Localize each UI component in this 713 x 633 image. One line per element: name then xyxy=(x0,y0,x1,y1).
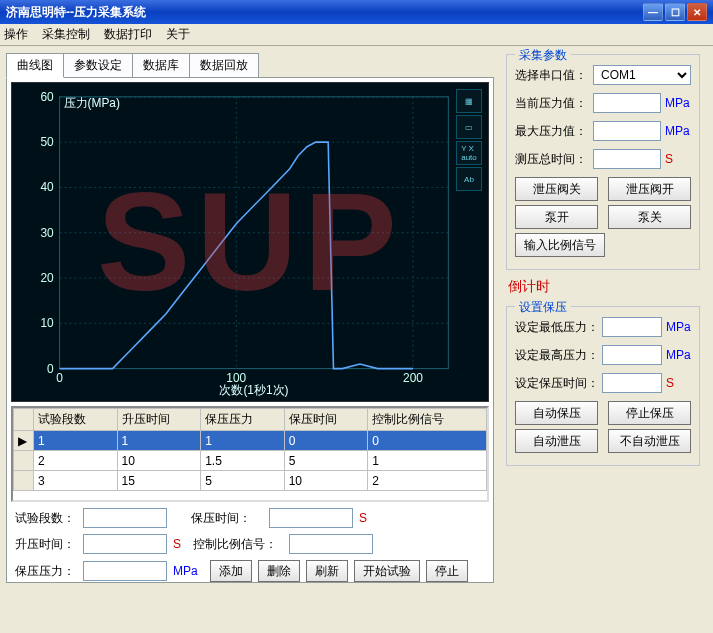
table-cell[interactable]: 1 xyxy=(34,431,118,451)
svg-text:60: 60 xyxy=(40,90,54,104)
stage-count-input[interactable] xyxy=(83,508,167,528)
current-pressure-unit: MPa xyxy=(665,96,691,110)
table-cell[interactable] xyxy=(14,451,34,471)
svg-text:压力(MPa): 压力(MPa) xyxy=(64,96,120,110)
table-header[interactable]: 保压压力 xyxy=(201,409,285,431)
table-header[interactable]: 试验段数 xyxy=(34,409,118,431)
table-cell[interactable]: 1 xyxy=(368,451,487,471)
table-cell[interactable]: 1 xyxy=(117,431,201,451)
chart-area: SUP 01020304050600100200压力(MPa)次数(1秒1次) … xyxy=(11,82,489,402)
hold-pressure-unit: MPa xyxy=(173,564,198,578)
table-cell[interactable]: 15 xyxy=(117,471,201,491)
auto-hold-button[interactable]: 自动保压 xyxy=(515,401,598,425)
table-cell[interactable]: 0 xyxy=(368,431,487,451)
table-cell[interactable]: 0 xyxy=(284,431,368,451)
table-header[interactable]: 升压时间 xyxy=(117,409,201,431)
table-cell[interactable]: 10 xyxy=(117,451,201,471)
max-pressure-set-label: 设定最高压力： xyxy=(515,347,602,364)
svg-text:30: 30 xyxy=(40,226,54,240)
max-pressure-set-input[interactable] xyxy=(602,345,662,365)
table-cell[interactable]: 5 xyxy=(201,471,285,491)
com-port-select[interactable]: COM1 xyxy=(593,65,691,85)
collect-params-legend: 采集参数 xyxy=(515,47,571,64)
tab-database[interactable]: 数据库 xyxy=(132,53,190,78)
table-cell[interactable]: 2 xyxy=(368,471,487,491)
table-cell[interactable]: 1.5 xyxy=(201,451,285,471)
total-time-unit: S xyxy=(665,152,691,166)
table-cell[interactable]: 10 xyxy=(284,471,368,491)
hold-time-input[interactable] xyxy=(269,508,353,528)
chart-tool-zoom-icon[interactable]: ▭ xyxy=(456,115,482,139)
hold-time-label: 保压时间： xyxy=(191,510,263,527)
valve-open-button[interactable]: 泄压阀开 xyxy=(608,177,691,201)
start-test-button[interactable]: 开始试验 xyxy=(354,560,420,582)
table-cell[interactable]: ▶ xyxy=(14,431,34,451)
table-cell[interactable]: 3 xyxy=(34,471,118,491)
max-pressure-unit: MPa xyxy=(665,124,691,138)
tab-params[interactable]: 参数设定 xyxy=(63,53,133,78)
hold-pressure-group: 设置保压 设定最低压力： MPa 设定最高压力： MPa 设定保压时间： S 自… xyxy=(506,306,700,466)
table-cell[interactable]: 1 xyxy=(201,431,285,451)
chart-tool-ab-icon[interactable]: Ab xyxy=(456,167,482,191)
svg-text:次数(1秒1次): 次数(1秒1次) xyxy=(219,383,288,397)
min-pressure-input[interactable] xyxy=(602,317,662,337)
add-button[interactable]: 添加 xyxy=(210,560,252,582)
menu-collect[interactable]: 采集控制 xyxy=(42,26,90,43)
svg-text:10: 10 xyxy=(40,316,54,330)
close-button[interactable]: ✕ xyxy=(687,3,707,21)
max-pressure-label: 最大压力值： xyxy=(515,123,593,140)
tab-curve[interactable]: 曲线图 xyxy=(6,53,64,78)
menu-about[interactable]: 关于 xyxy=(166,26,190,43)
rise-time-label: 升压时间： xyxy=(15,536,77,553)
hold-time-unit: S xyxy=(359,511,367,525)
menu-bar: 操作 采集控制 数据打印 关于 xyxy=(0,24,713,46)
pump-close-button[interactable]: 泵关 xyxy=(608,205,691,229)
chart-tool-auto-icon[interactable]: Y Xauto xyxy=(456,141,482,165)
refresh-button[interactable]: 刷新 xyxy=(306,560,348,582)
countdown-label: 倒计时 xyxy=(508,278,698,296)
menu-operate[interactable]: 操作 xyxy=(4,26,28,43)
delete-button[interactable]: 删除 xyxy=(258,560,300,582)
min-pressure-unit: MPa xyxy=(666,320,691,334)
input-ratio-button[interactable]: 输入比例信号 xyxy=(515,233,605,257)
auto-release-button[interactable]: 自动泄压 xyxy=(515,429,598,453)
tab-replay[interactable]: 数据回放 xyxy=(189,53,259,78)
hold-pressure-input[interactable] xyxy=(83,561,167,581)
table-cell[interactable] xyxy=(14,471,34,491)
pressure-chart: 01020304050600100200压力(MPa)次数(1秒1次) xyxy=(12,83,488,398)
minimize-button[interactable]: — xyxy=(643,3,663,21)
max-pressure-input[interactable] xyxy=(593,121,661,141)
table-header[interactable]: 控制比例信号 xyxy=(368,409,487,431)
table-cell[interactable]: 5 xyxy=(284,451,368,471)
collect-params-group: 采集参数 选择串口值： COM1 当前压力值： MPa 最大压力值： MPa 测… xyxy=(506,54,700,270)
ratio-signal-input[interactable] xyxy=(289,534,373,554)
svg-text:200: 200 xyxy=(403,371,423,385)
no-auto-release-button[interactable]: 不自动泄压 xyxy=(608,429,691,453)
current-pressure-input[interactable] xyxy=(593,93,661,113)
svg-text:0: 0 xyxy=(56,371,63,385)
table-header[interactable] xyxy=(14,409,34,431)
valve-close-button[interactable]: 泄压阀关 xyxy=(515,177,598,201)
hold-time-set-unit: S xyxy=(666,376,691,390)
rise-time-unit: S xyxy=(173,537,181,551)
menu-print[interactable]: 数据打印 xyxy=(104,26,152,43)
maximize-button[interactable]: ☐ xyxy=(665,3,685,21)
total-time-label: 测压总时间： xyxy=(515,151,593,168)
chart-tool-grid-icon[interactable]: ▦ xyxy=(456,89,482,113)
table-cell[interactable]: 2 xyxy=(34,451,118,471)
total-time-input[interactable] xyxy=(593,149,661,169)
chart-toolbar: ▦ ▭ Y Xauto Ab xyxy=(456,89,484,193)
ratio-signal-label: 控制比例信号： xyxy=(193,536,283,553)
stop-button[interactable]: 停止 xyxy=(426,560,468,582)
stages-table-wrap[interactable]: 试验段数升压时间保压压力保压时间控制比例信号▶111002101.5513155… xyxy=(11,406,489,502)
pump-open-button[interactable]: 泵开 xyxy=(515,205,598,229)
tab-bar: 曲线图 参数设定 数据库 数据回放 xyxy=(6,52,494,77)
rise-time-input[interactable] xyxy=(83,534,167,554)
min-pressure-label: 设定最低压力： xyxy=(515,319,602,336)
stop-hold-button[interactable]: 停止保压 xyxy=(608,401,691,425)
table-header[interactable]: 保压时间 xyxy=(284,409,368,431)
window-title: 济南思明特--压力采集系统 xyxy=(6,4,146,21)
max-pressure-set-unit: MPa xyxy=(666,348,691,362)
hold-time-set-input[interactable] xyxy=(602,373,662,393)
stage-count-label: 试验段数： xyxy=(15,510,77,527)
